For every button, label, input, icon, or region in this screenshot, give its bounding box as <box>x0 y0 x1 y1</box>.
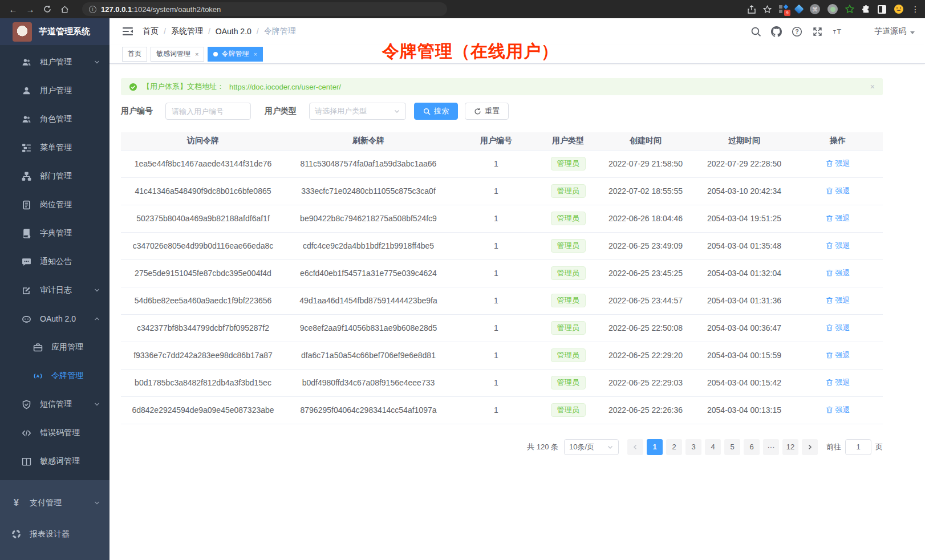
close-icon[interactable]: × <box>195 51 198 58</box>
close-icon[interactable]: × <box>253 51 257 58</box>
sidebar-item-audit-log[interactable]: 审计日志 <box>0 276 109 305</box>
prev-page-button[interactable] <box>627 439 643 455</box>
page-button-1[interactable]: 1 <box>647 439 663 455</box>
browser-back-button[interactable]: ← <box>6 2 21 17</box>
sidebar-item-notice[interactable]: 通知公告 <box>0 247 109 276</box>
tab-token[interactable]: 令牌管理× <box>208 47 262 62</box>
force-logout-button[interactable]: 强退 <box>826 186 850 196</box>
breadcrumb-item[interactable]: 系统管理 <box>171 26 203 36</box>
extension-cmd-icon[interactable]: ⌘ <box>810 4 820 14</box>
app-logo[interactable]: 芋道管理系统 <box>0 18 109 45</box>
sidebar-item-oauth2[interactable]: OAuth 2.0 <box>0 305 109 333</box>
table-row: c347026e805e4d99b0d116eae66eda8ccdfc4ce9… <box>121 232 883 259</box>
extension-blocks-icon[interactable]: 9 <box>779 5 788 14</box>
column-header: 刷新令牌 <box>285 132 452 150</box>
sidebar-item-error-code[interactable]: 错误码管理 <box>0 419 109 447</box>
user-id-input[interactable] <box>165 103 251 120</box>
sidebar-item-report-designer[interactable]: 报表设计器 <box>0 518 109 550</box>
action-cell: 强退 <box>793 150 883 177</box>
table-row: 41c41346a548490f9dc8b01c6bfe0865333ecfc7… <box>121 177 883 205</box>
action-cell: 强退 <box>793 314 883 342</box>
column-header: 访问令牌 <box>121 132 285 150</box>
reset-button[interactable]: 重置 <box>465 103 509 120</box>
page-ellipsis[interactable]: ··· <box>763 439 779 455</box>
sidebar-item-label: OAuth 2.0 <box>40 314 76 323</box>
page-button-5[interactable]: 5 <box>724 439 740 455</box>
force-logout-button[interactable]: 强退 <box>826 405 850 415</box>
user-type-select[interactable]: 请选择用户类型 <box>309 103 406 120</box>
sidebar-item-oauth2-application[interactable]: 应用管理 <box>0 333 109 362</box>
site-info-icon[interactable]: i <box>89 6 96 13</box>
sidebar-item-post[interactable]: 岗位管理 <box>0 190 109 219</box>
share-icon[interactable] <box>748 5 756 14</box>
doc-link[interactable]: https://doc.iocoder.cn/user-center/ <box>229 83 341 91</box>
token-table: 访问令牌刷新令牌用户编号用户类型创建时间过期时间操作 1ea5e44f8bc14… <box>121 132 883 424</box>
sidebar-item-dict[interactable]: 字典管理 <box>0 219 109 247</box>
extension-star-icon[interactable] <box>845 5 854 14</box>
page-button-12[interactable]: 12 <box>782 439 798 455</box>
font-size-icon[interactable]: TT <box>833 26 843 37</box>
next-page-button[interactable] <box>802 439 818 455</box>
extension-puzzle-icon[interactable] <box>862 5 870 14</box>
help-icon[interactable]: ? <box>792 26 802 37</box>
fullscreen-icon[interactable] <box>812 26 823 37</box>
refresh-icon <box>474 108 481 115</box>
annotation-text: 令牌管理（在线用户） <box>382 40 559 63</box>
column-header: 创建时间 <box>595 132 696 150</box>
create-time-cell: 2022-07-29 21:58:50 <box>595 150 696 177</box>
breadcrumb-item[interactable]: OAuth 2.0 <box>216 27 251 36</box>
force-logout-button[interactable]: 强退 <box>826 159 850 169</box>
expire-time-cell: 2054-03-04 00:36:47 <box>696 314 793 342</box>
user-id-cell: 1 <box>452 396 541 424</box>
force-logout-button[interactable]: 强退 <box>826 241 850 251</box>
force-logout-button[interactable]: 强退 <box>826 213 850 224</box>
search-button[interactable]: 搜索 <box>414 103 458 120</box>
access-token-cell: 502375b8040a469a9b82188afdf6af1f <box>121 205 285 232</box>
address-bar[interactable]: i 127.0.0.1:1024/system/oauth2/token <box>82 2 447 16</box>
sidebar-item-sensitive-word[interactable]: 敏感词管理 <box>0 447 109 476</box>
browser-reload-button[interactable] <box>40 2 55 17</box>
sidebar-item-tenant[interactable]: 租户管理 <box>0 48 109 76</box>
github-icon[interactable] <box>771 26 782 37</box>
force-logout-button[interactable]: 强退 <box>826 323 850 333</box>
browser-home-button[interactable] <box>57 2 72 17</box>
sidebar-item-oauth2-token[interactable]: A令牌管理 <box>0 362 109 390</box>
profile-emoji-icon[interactable] <box>894 4 904 14</box>
extension-gem-icon[interactable] <box>794 5 804 14</box>
sidebar-item-sms[interactable]: 短信管理 <box>0 390 109 419</box>
extension-sidebar-icon[interactable] <box>878 5 886 14</box>
extension-dot-icon[interactable] <box>827 4 838 14</box>
page-button-2[interactable]: 2 <box>666 439 682 455</box>
browser-menu-icon[interactable]: ⋮ <box>911 5 919 13</box>
force-logout-label: 强退 <box>835 350 850 360</box>
close-icon[interactable]: × <box>870 82 875 91</box>
breadcrumb-item[interactable]: 首页 <box>143 26 159 36</box>
refresh-token-cell: 9ce8ef2aa9f14056b831ae9b608e28d5 <box>285 314 452 342</box>
force-logout-label: 强退 <box>835 213 850 224</box>
user-dropdown[interactable]: 芋道源码 <box>853 23 915 40</box>
goto-page-input[interactable] <box>845 439 871 455</box>
access-token-cell: b0d1785bc3a8482f812db4a3f3bd15ec <box>121 369 285 396</box>
force-logout-button[interactable]: 强退 <box>826 295 850 306</box>
hamburger-icon[interactable] <box>122 26 133 36</box>
sidebar-item-dept[interactable]: 部门管理 <box>0 162 109 190</box>
sidebar-item-pay[interactable]: ¥支付管理 <box>0 487 109 518</box>
page-button-6[interactable]: 6 <box>744 439 760 455</box>
tab-sensitive-word[interactable]: 敏感词管理× <box>151 47 204 62</box>
page-button-4[interactable]: 4 <box>705 439 721 455</box>
force-logout-button[interactable]: 强退 <box>826 268 850 278</box>
access-token-cell: 1ea5e44f8bc1467aaede43144f31de76 <box>121 150 285 177</box>
sidebar-item-user[interactable]: 用户管理 <box>0 76 109 105</box>
force-logout-button[interactable]: 强退 <box>826 378 850 388</box>
tab-home[interactable]: 首页 <box>122 47 147 62</box>
force-logout-button[interactable]: 强退 <box>826 350 850 360</box>
page-button-3[interactable]: 3 <box>685 439 701 455</box>
sidebar-item-menu[interactable]: 菜单管理 <box>0 133 109 162</box>
browser-forward-button[interactable]: → <box>23 2 38 17</box>
page-size-select[interactable]: 10条/页 <box>564 439 619 455</box>
bookmark-star-icon[interactable] <box>763 5 772 14</box>
tab-label: 敏感词管理 <box>156 49 190 59</box>
breadcrumb-item[interactable]: 令牌管理 <box>264 26 296 36</box>
search-icon[interactable] <box>750 26 761 37</box>
sidebar-item-role[interactable]: 角色管理 <box>0 105 109 133</box>
